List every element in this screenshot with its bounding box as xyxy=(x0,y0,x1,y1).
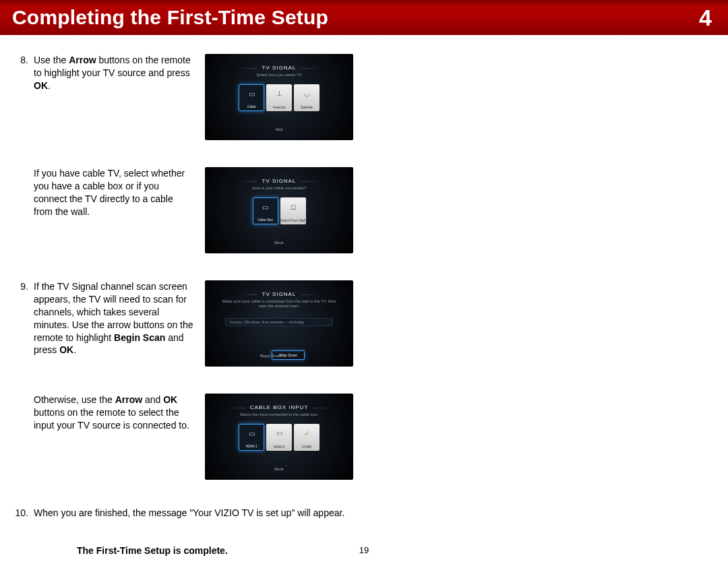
tv-tile-satellite: ◡Satellite xyxy=(294,84,320,111)
tv-tiles: ▭Cable Box ◻Direct From Wall xyxy=(253,197,306,224)
step-text: Use the Arrow buttons on the remote to h… xyxy=(34,54,194,92)
step-text: When you are finished, the message "Your… xyxy=(34,507,371,520)
tv-tile-hdmi1: ▭HDMI-1 xyxy=(239,424,264,451)
tv-nav-skip-scan: Skip Scan xyxy=(272,350,305,360)
hdmi-icon: ▭ xyxy=(276,429,282,437)
hdmi-icon: ▭ xyxy=(249,430,255,437)
step-text: If the TV Signal channel scan screen app… xyxy=(34,280,194,356)
completion-line: The First-Time Setup is complete. xyxy=(77,545,377,556)
tv-tiles: ▭Cable ⊥Antenna ◡Satellite xyxy=(239,84,320,111)
page-content: 8. Use the Arrow buttons on the remote t… xyxy=(0,35,391,562)
chapter-title: Completing the First-Time Setup xyxy=(12,6,328,29)
tv-title: CABLE BOX INPUT xyxy=(250,404,309,410)
wall-icon: ◻ xyxy=(291,203,296,210)
tv-subtitle: Select the input connected to the cable … xyxy=(240,412,318,417)
chapter-number: 4 xyxy=(699,5,712,31)
step-number: 9. xyxy=(13,280,28,356)
step-number: 10. xyxy=(13,507,28,520)
cablebox-icon: ▭ xyxy=(262,204,268,211)
page-number: 19 xyxy=(359,545,369,555)
tv-tile-antenna: ⊥Antenna xyxy=(266,84,292,111)
step-8-sub: If you have cable TV, select whether you… xyxy=(13,167,377,253)
step-number: 8. xyxy=(13,54,28,92)
check-icon: ✓ xyxy=(304,429,310,438)
tv-tile-hdmi2: ▭HDMI-2 xyxy=(266,424,292,451)
tv-subtitle: Select how you watch TV xyxy=(256,73,301,77)
tv-dropdown: Country: USA Mode: Scan channels — All A… xyxy=(225,318,333,326)
tv-tile-wall: ◻Direct From Wall xyxy=(280,197,306,224)
sub-text: Otherwise, use the Arrow and OK buttons … xyxy=(34,394,194,432)
tv-title: TV SIGNAL xyxy=(262,65,297,71)
tv-title: TV SIGNAL xyxy=(262,178,297,184)
tv-tile-comp: ✓COMP xyxy=(294,424,320,451)
tv-nav-back: Back xyxy=(268,239,290,247)
step-9-sub: Otherwise, use the Arrow and OK buttons … xyxy=(13,394,377,480)
tv-subtitle: How is your cable connected? xyxy=(252,186,306,191)
tv-nav-skip: Skip xyxy=(268,125,290,133)
tv-subtitle: Make sure your cable is connected from t… xyxy=(218,299,340,309)
step-9: 9. If the TV Signal channel scan screen … xyxy=(13,280,377,367)
tv-screenshot-cable-connect: TV SIGNAL How is your cable connected? ▭… xyxy=(205,167,353,253)
tv-tiles: ▭HDMI-1 ▭HDMI-2 ✓COMP xyxy=(239,424,320,451)
sub-text: If you have cable TV, select whether you… xyxy=(34,167,194,218)
tv-tile-cable: ▭Cable xyxy=(239,84,264,111)
tv-screenshot-signal-source: TV SIGNAL Select how you watch TV ▭Cable… xyxy=(205,54,353,140)
tv-nav-back: Back xyxy=(268,465,290,473)
step-10: 10. When you are finished, the message "… xyxy=(13,507,377,520)
satellite-icon: ◡ xyxy=(304,90,310,97)
tv-screenshot-channel-scan: TV SIGNAL Make sure your cable is connec… xyxy=(205,280,353,367)
cable-icon: ▭ xyxy=(249,90,255,98)
tv-title: TV SIGNAL xyxy=(262,291,297,297)
chapter-header: Completing the First-Time Setup 4 xyxy=(0,0,728,35)
tv-screenshot-cable-box-input: CABLE BOX INPUT Select the input connect… xyxy=(205,394,353,480)
step-8: 8. Use the Arrow buttons on the remote t… xyxy=(13,54,377,140)
antenna-icon: ⊥ xyxy=(276,90,282,97)
tv-tile-cablebox: ▭Cable Box xyxy=(253,197,278,224)
